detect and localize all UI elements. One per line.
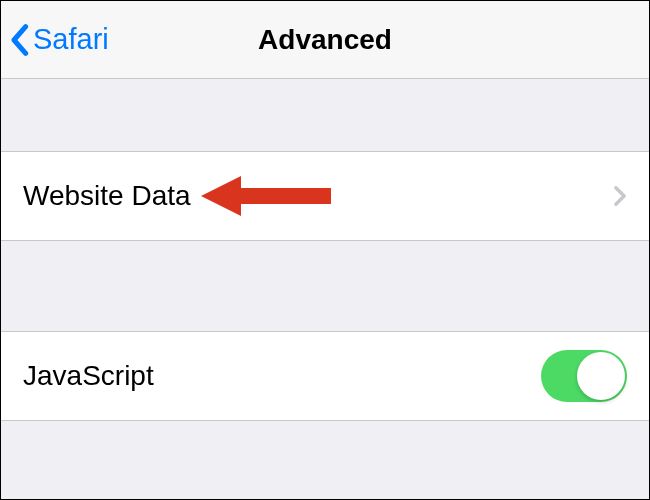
back-label: Safari <box>33 23 109 56</box>
section-spacer <box>1 79 649 151</box>
navigation-bar: Safari Advanced <box>1 1 649 79</box>
section-spacer <box>1 421 649 500</box>
toggle-knob-icon <box>577 352 625 400</box>
chevron-left-icon <box>9 23 29 57</box>
section-spacer <box>1 241 649 331</box>
back-button[interactable]: Safari <box>1 23 109 57</box>
toggle-javascript[interactable] <box>541 350 627 402</box>
annotation-arrow-icon <box>201 171 331 221</box>
row-website-data[interactable]: Website Data <box>1 151 649 241</box>
row-label-website-data: Website Data <box>23 180 191 212</box>
svg-marker-0 <box>201 176 331 216</box>
row-javascript: JavaScript <box>1 331 649 421</box>
page-title: Advanced <box>258 24 392 56</box>
row-label-javascript: JavaScript <box>23 360 154 392</box>
chevron-right-icon <box>613 185 627 207</box>
